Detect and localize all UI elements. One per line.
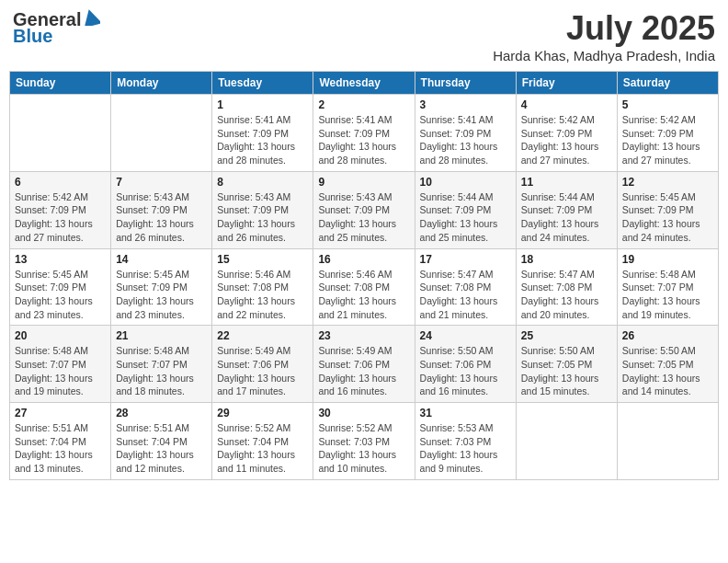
day-number: 14	[116, 253, 207, 266]
calendar-cell: 27Sunrise: 5:51 AMSunset: 7:04 PMDayligh…	[10, 403, 111, 480]
day-info: Sunrise: 5:41 AMSunset: 7:09 PMDaylight:…	[318, 113, 409, 167]
day-number: 2	[318, 98, 409, 111]
day-info: Sunrise: 5:43 AMSunset: 7:09 PMDaylight:…	[116, 190, 207, 245]
day-info: Sunrise: 5:41 AMSunset: 7:09 PMDaylight:…	[217, 113, 308, 167]
day-info: Sunrise: 5:47 AMSunset: 7:08 PMDaylight:…	[420, 268, 511, 322]
calendar-cell	[617, 403, 718, 480]
calendar-cell: 31Sunrise: 5:53 AMSunset: 7:03 PMDayligh…	[415, 403, 516, 480]
day-info: Sunrise: 5:52 AMSunset: 7:03 PMDaylight:…	[318, 421, 409, 476]
day-number: 29	[217, 407, 308, 419]
day-number: 11	[521, 176, 612, 189]
day-number: 13	[15, 253, 106, 266]
calendar-cell: 29Sunrise: 5:52 AMSunset: 7:04 PMDayligh…	[212, 403, 313, 480]
calendar-cell: 25Sunrise: 5:50 AMSunset: 7:05 PMDayligh…	[516, 326, 617, 403]
day-number: 31	[420, 407, 511, 419]
day-info: Sunrise: 5:49 AMSunset: 7:06 PMDaylight:…	[217, 344, 308, 398]
calendar-cell: 17Sunrise: 5:47 AMSunset: 7:08 PMDayligh…	[415, 248, 516, 326]
calendar-cell: 18Sunrise: 5:47 AMSunset: 7:08 PMDayligh…	[516, 248, 617, 326]
day-info: Sunrise: 5:42 AMSunset: 7:09 PMDaylight:…	[622, 113, 713, 167]
day-info: Sunrise: 5:48 AMSunset: 7:07 PMDaylight:…	[622, 268, 713, 322]
day-number: 17	[420, 253, 511, 266]
calendar-cell: 22Sunrise: 5:49 AMSunset: 7:06 PMDayligh…	[212, 326, 313, 403]
week-row-3: 13Sunrise: 5:45 AMSunset: 7:09 PMDayligh…	[10, 248, 719, 326]
day-info: Sunrise: 5:48 AMSunset: 7:07 PMDaylight:…	[116, 344, 207, 398]
day-number: 28	[116, 407, 207, 419]
day-info: Sunrise: 5:44 AMSunset: 7:09 PMDaylight:…	[420, 190, 511, 245]
calendar-cell: 28Sunrise: 5:51 AMSunset: 7:04 PMDayligh…	[111, 403, 212, 480]
day-info: Sunrise: 5:43 AMSunset: 7:09 PMDaylight:…	[318, 190, 409, 245]
day-number: 16	[318, 253, 409, 266]
calendar-cell: 24Sunrise: 5:50 AMSunset: 7:06 PMDayligh…	[415, 326, 516, 403]
calendar-cell: 7Sunrise: 5:43 AMSunset: 7:09 PMDaylight…	[111, 171, 212, 248]
day-number: 27	[15, 407, 106, 419]
day-info: Sunrise: 5:44 AMSunset: 7:09 PMDaylight:…	[521, 190, 612, 245]
day-info: Sunrise: 5:51 AMSunset: 7:04 PMDaylight:…	[15, 421, 106, 476]
calendar-cell: 3Sunrise: 5:41 AMSunset: 7:09 PMDaylight…	[415, 95, 516, 172]
day-info: Sunrise: 5:50 AMSunset: 7:05 PMDaylight:…	[622, 344, 713, 398]
calendar-cell	[10, 95, 111, 172]
day-info: Sunrise: 5:53 AMSunset: 7:03 PMDaylight:…	[420, 421, 511, 476]
day-number: 19	[622, 253, 713, 266]
logo: General Blue	[13, 9, 100, 46]
weekday-header-monday: Monday	[111, 72, 212, 95]
week-row-1: 1Sunrise: 5:41 AMSunset: 7:09 PMDaylight…	[10, 95, 719, 172]
weekday-header-tuesday: Tuesday	[212, 72, 313, 95]
month-title: July 2025	[493, 9, 715, 48]
day-info: Sunrise: 5:45 AMSunset: 7:09 PMDaylight:…	[15, 268, 106, 322]
calendar-cell	[111, 95, 212, 172]
calendar-cell: 16Sunrise: 5:46 AMSunset: 7:08 PMDayligh…	[313, 248, 415, 326]
day-number: 5	[622, 98, 713, 111]
calendar-cell: 19Sunrise: 5:48 AMSunset: 7:07 PMDayligh…	[617, 248, 718, 326]
calendar-cell: 26Sunrise: 5:50 AMSunset: 7:05 PMDayligh…	[617, 326, 718, 403]
day-number: 6	[15, 176, 106, 189]
calendar-cell: 11Sunrise: 5:44 AMSunset: 7:09 PMDayligh…	[516, 171, 617, 248]
day-number: 30	[318, 407, 409, 419]
calendar-table: SundayMondayTuesdayWednesdayThursdayFrid…	[9, 71, 719, 480]
day-info: Sunrise: 5:42 AMSunset: 7:09 PMDaylight:…	[521, 113, 612, 167]
day-number: 10	[420, 176, 511, 189]
calendar-cell: 8Sunrise: 5:43 AMSunset: 7:09 PMDaylight…	[212, 171, 313, 248]
calendar-cell: 4Sunrise: 5:42 AMSunset: 7:09 PMDaylight…	[516, 95, 617, 172]
location-title: Harda Khas, Madhya Pradesh, India	[493, 48, 715, 63]
calendar-cell: 1Sunrise: 5:41 AMSunset: 7:09 PMDaylight…	[212, 95, 313, 172]
day-number: 23	[318, 329, 409, 342]
calendar-cell	[516, 403, 617, 480]
weekday-header-wednesday: Wednesday	[313, 72, 415, 95]
calendar-cell: 5Sunrise: 5:42 AMSunset: 7:09 PMDaylight…	[617, 95, 718, 172]
calendar-cell: 20Sunrise: 5:48 AMSunset: 7:07 PMDayligh…	[10, 326, 111, 403]
day-info: Sunrise: 5:45 AMSunset: 7:09 PMDaylight:…	[622, 190, 713, 245]
weekday-header-thursday: Thursday	[415, 72, 516, 95]
day-info: Sunrise: 5:50 AMSunset: 7:06 PMDaylight:…	[420, 344, 511, 398]
title-section: July 2025 Harda Khas, Madhya Pradesh, In…	[493, 9, 715, 63]
day-number: 22	[217, 329, 308, 342]
weekday-header-sunday: Sunday	[10, 72, 111, 95]
day-number: 12	[622, 176, 713, 189]
calendar-cell: 15Sunrise: 5:46 AMSunset: 7:08 PMDayligh…	[212, 248, 313, 326]
calendar-cell: 13Sunrise: 5:45 AMSunset: 7:09 PMDayligh…	[10, 248, 111, 326]
day-info: Sunrise: 5:52 AMSunset: 7:04 PMDaylight:…	[217, 421, 308, 476]
calendar-cell: 6Sunrise: 5:42 AMSunset: 7:09 PMDaylight…	[10, 171, 111, 248]
svg-marker-0	[82, 9, 100, 26]
weekday-header-saturday: Saturday	[617, 72, 718, 95]
day-info: Sunrise: 5:42 AMSunset: 7:09 PMDaylight:…	[15, 190, 106, 245]
week-row-5: 27Sunrise: 5:51 AMSunset: 7:04 PMDayligh…	[10, 403, 719, 480]
day-info: Sunrise: 5:49 AMSunset: 7:06 PMDaylight:…	[318, 344, 409, 398]
calendar-cell: 10Sunrise: 5:44 AMSunset: 7:09 PMDayligh…	[415, 171, 516, 248]
day-number: 3	[420, 98, 511, 111]
day-info: Sunrise: 5:43 AMSunset: 7:09 PMDaylight:…	[217, 190, 308, 245]
calendar-cell: 23Sunrise: 5:49 AMSunset: 7:06 PMDayligh…	[313, 326, 415, 403]
calendar-cell: 9Sunrise: 5:43 AMSunset: 7:09 PMDaylight…	[313, 171, 415, 248]
day-info: Sunrise: 5:47 AMSunset: 7:08 PMDaylight:…	[521, 268, 612, 322]
day-number: 15	[217, 253, 308, 266]
day-number: 25	[521, 329, 612, 342]
day-info: Sunrise: 5:46 AMSunset: 7:08 PMDaylight:…	[318, 268, 409, 322]
day-number: 1	[217, 98, 308, 111]
day-number: 26	[622, 329, 713, 342]
day-number: 8	[217, 176, 308, 189]
calendar-cell: 21Sunrise: 5:48 AMSunset: 7:07 PMDayligh…	[111, 326, 212, 403]
day-number: 4	[521, 98, 612, 111]
page-header: General Blue July 2025 Harda Khas, Madhy…	[9, 9, 719, 63]
calendar-cell: 14Sunrise: 5:45 AMSunset: 7:09 PMDayligh…	[111, 248, 212, 326]
calendar-cell: 2Sunrise: 5:41 AMSunset: 7:09 PMDaylight…	[313, 95, 415, 172]
day-number: 9	[318, 176, 409, 189]
